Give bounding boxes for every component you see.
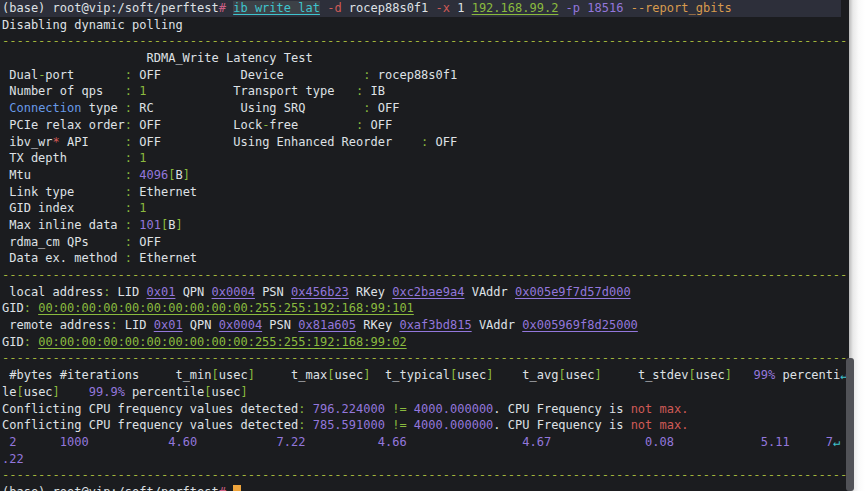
scrollbar-thumb[interactable] bbox=[846, 358, 854, 491]
param-line-ibv-wr: ibv_wr* API : OFF Using Enhanced Reorder… bbox=[0, 134, 849, 151]
separator-line: ----------------------------------------… bbox=[0, 33, 849, 50]
port-number: 18516 bbox=[587, 1, 623, 15]
test-title: RDMA_Write Latency Test bbox=[147, 51, 313, 65]
prompt-line-partial: (base) root@vip:/soft/perftest# bbox=[0, 484, 849, 491]
local-address-line: local address: LID 0x01 QPN 0x0004 PSN 0… bbox=[0, 284, 849, 301]
results-header-line: #bytes #iterations t_min[usec] t_max[use… bbox=[0, 367, 849, 384]
shell-prompt: (base) root@vip:/soft/perftest bbox=[2, 485, 219, 491]
remote-gid-line: GID: 00:00:00:00:00:00:00:00:00:00:255:2… bbox=[0, 334, 849, 351]
cpu-warning-line: Conflicting CPU frequency values detecte… bbox=[0, 417, 849, 434]
param-line-max-inline: Max inline data : 101[B] bbox=[0, 217, 849, 234]
terminal-window: (base) root@vip:/soft/perftest# ib_write… bbox=[0, 0, 865, 491]
line-wrap-icon: ↵ bbox=[833, 435, 840, 449]
terminal-screen[interactable]: (base) root@vip:/soft/perftest# ib_write… bbox=[0, 0, 849, 491]
device-arg: rocep88s0f1 bbox=[342, 1, 436, 15]
param-line-dual-port: Dual-port : OFF Device : rocep88s0f1 bbox=[0, 67, 849, 84]
remote-address-line: remote address: LID 0x01 QPN 0x0004 PSN … bbox=[0, 317, 849, 334]
separator-line: ----------------------------------------… bbox=[0, 350, 849, 367]
flag-port: -p bbox=[566, 1, 580, 15]
separator-line: ----------------------------------------… bbox=[0, 267, 849, 284]
local-gid: 00:00:00:00:00:00:00:00:00:00:255:255:19… bbox=[38, 301, 414, 315]
server-ip: 192.168.99.2 bbox=[472, 1, 559, 15]
output-disabling-polling: Disabling dynamic polling bbox=[0, 17, 849, 34]
param-line-rdma-cm: rdma_cm QPs : OFF bbox=[0, 234, 849, 251]
results-data-line: 2 1000 4.60 7.22 4.66 4.67 0.08 5.11 7↵ bbox=[0, 434, 849, 451]
test-title-line: RDMA_Write Latency Test bbox=[0, 50, 849, 67]
param-line-connection: Connection type : RC Using SRQ : OFF bbox=[0, 100, 849, 117]
local-gid-line: GID: 00:00:00:00:00:00:00:00:00:00:255:2… bbox=[0, 300, 849, 317]
prompt-command-line: (base) root@vip:/soft/perftest# ib_write… bbox=[0, 0, 841, 17]
terminal-cursor bbox=[233, 485, 241, 491]
flag-device: -d bbox=[327, 1, 341, 15]
flag-gid-index: -x bbox=[436, 1, 450, 15]
param-line-tx-depth: TX depth : 1 bbox=[0, 150, 849, 167]
param-line-link-type: Link type : Ethernet bbox=[0, 184, 849, 201]
remote-gid: 00:00:00:00:00:00:00:00:00:00:255:255:19… bbox=[38, 335, 406, 349]
param-line-pcie: PCIe relax order: OFF Lock-free : OFF bbox=[0, 117, 849, 134]
param-line-mtu: Mtu : 4096[B] bbox=[0, 167, 849, 184]
param-line-data-ex: Data ex. method : Ethernet bbox=[0, 250, 849, 267]
results-header-wrap-line: le[usec] 99.9% percentile[usec] bbox=[0, 384, 849, 401]
separator-line: ----------------------------------------… bbox=[0, 467, 849, 484]
shell-prompt: (base) root@vip:/soft/perftest bbox=[2, 1, 219, 15]
cpu-warning-line: Conflicting CPU frequency values detecte… bbox=[0, 401, 849, 418]
flag-report-gbits: --report_gbits bbox=[631, 1, 732, 15]
command-name: ib_write_lat bbox=[233, 1, 320, 15]
results-data-wrap-line: .22 bbox=[0, 451, 849, 468]
param-line-qps: Number of qps : 1 Transport type : IB bbox=[0, 83, 849, 100]
param-line-gid-index: GID index : 1 bbox=[0, 200, 849, 217]
